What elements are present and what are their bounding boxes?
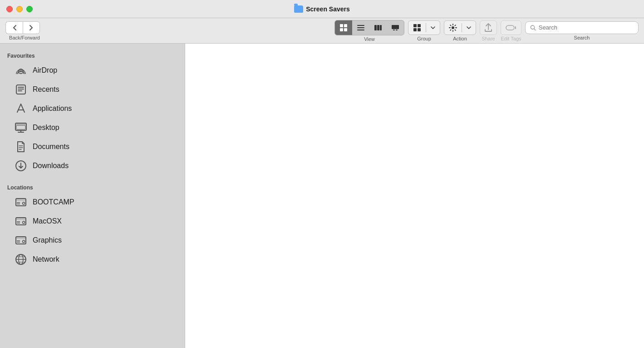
svg-rect-16 <box>418 28 421 31</box>
action-dropdown-button[interactable] <box>462 21 476 35</box>
svg-rect-1 <box>344 24 347 27</box>
minimize-button[interactable] <box>16 6 23 12</box>
svg-point-44 <box>23 202 25 204</box>
content-area <box>185 44 644 348</box>
search-box[interactable] <box>525 21 639 34</box>
view-icon-grid-button[interactable] <box>335 20 352 35</box>
close-button[interactable] <box>6 6 13 12</box>
edit-tags-label: Edit Tags <box>501 36 521 41</box>
chevron-down-icon-2 <box>467 26 471 29</box>
svg-rect-2 <box>340 28 343 31</box>
folder-icon <box>294 5 303 13</box>
edit-tags-button[interactable] <box>501 20 521 35</box>
svg-point-17 <box>452 26 454 29</box>
desktop-icon <box>15 121 27 134</box>
window-title: Screen Savers <box>294 5 350 13</box>
applications-icon <box>15 102 27 115</box>
svg-rect-41 <box>16 199 26 201</box>
share-button[interactable] <box>480 20 497 35</box>
list-icon <box>357 25 365 31</box>
forward-button[interactable] <box>23 21 40 34</box>
group-label: Group <box>417 36 431 41</box>
svg-rect-51 <box>16 237 26 239</box>
sidebar-item-documents[interactable]: Documents <box>2 138 183 156</box>
action-button[interactable] <box>444 21 462 35</box>
svg-rect-11 <box>393 30 395 30</box>
sidebar-item-bootcamp-label: BOOTCAMP <box>33 198 74 206</box>
window-title-text: Screen Savers <box>306 5 350 13</box>
sidebar-item-macosx[interactable]: MacOSX <box>2 212 183 230</box>
sidebar-item-desktop[interactable]: Desktop <box>2 119 183 137</box>
sidebar-item-applications[interactable]: Applications <box>2 99 183 118</box>
chevron-right-icon <box>29 25 34 31</box>
group-dropdown-button[interactable] <box>426 21 440 35</box>
view-column-button[interactable] <box>369 20 387 35</box>
svg-rect-15 <box>413 28 417 31</box>
svg-rect-14 <box>418 24 421 27</box>
view-buttons <box>334 20 404 35</box>
svg-line-29 <box>21 104 25 112</box>
sidebar: Favourites AirDrop <box>0 44 185 348</box>
sidebar-item-network[interactable]: Network <box>2 250 183 268</box>
documents-icon <box>15 140 27 153</box>
sidebar-item-network-label: Network <box>33 255 59 263</box>
traffic-lights <box>6 6 33 12</box>
svg-rect-32 <box>15 124 26 125</box>
sidebar-item-airdrop[interactable]: AirDrop <box>2 61 183 80</box>
action-button-group <box>444 20 476 35</box>
search-label: Search <box>574 35 590 40</box>
chevron-left-icon <box>12 25 17 31</box>
svg-rect-26 <box>18 89 24 89</box>
sidebar-item-downloads-label: Downloads <box>33 162 69 170</box>
toolbar: Back/Forward <box>0 18 644 44</box>
svg-rect-7 <box>374 25 377 30</box>
back-button[interactable] <box>5 21 23 34</box>
svg-rect-25 <box>18 87 24 88</box>
svg-rect-5 <box>357 27 364 28</box>
svg-rect-18 <box>506 25 514 30</box>
fullscreen-button[interactable] <box>26 6 33 12</box>
svg-rect-4 <box>357 25 364 26</box>
svg-line-21 <box>534 29 536 30</box>
svg-line-28 <box>17 104 21 112</box>
chevron-down-icon <box>431 26 435 29</box>
macosx-drive-icon <box>15 215 27 228</box>
back-forward-label: Back/Forward <box>9 35 40 40</box>
sidebar-item-documents-label: Documents <box>33 143 69 151</box>
airdrop-icon <box>15 64 27 77</box>
svg-rect-6 <box>357 30 364 30</box>
sidebar-item-recents[interactable]: Recents <box>2 80 183 99</box>
sidebar-item-graphics-label: Graphics <box>33 236 62 244</box>
sidebar-item-bootcamp[interactable]: BOOTCAMP <box>2 193 183 211</box>
bootcamp-drive-icon <box>15 196 27 209</box>
recents-icon <box>15 83 27 96</box>
svg-point-54 <box>23 240 25 243</box>
view-list-button[interactable] <box>352 20 369 35</box>
svg-rect-12 <box>396 30 398 30</box>
group-icon <box>413 24 421 32</box>
search-icon <box>530 25 536 31</box>
svg-rect-19 <box>515 26 516 29</box>
view-label: View <box>364 36 375 42</box>
svg-rect-46 <box>16 218 26 220</box>
sidebar-item-recents-label: Recents <box>33 85 59 94</box>
network-icon <box>15 253 27 266</box>
svg-rect-13 <box>413 24 417 27</box>
svg-rect-35 <box>16 125 25 129</box>
svg-rect-0 <box>340 24 343 27</box>
share-label: Share <box>482 36 495 41</box>
sidebar-item-downloads[interactable]: Downloads <box>2 157 183 175</box>
sidebar-item-graphics[interactable]: Graphics <box>2 231 183 249</box>
locations-header: Locations <box>0 181 185 193</box>
sidebar-item-desktop-label: Desktop <box>33 124 59 132</box>
grid-icon <box>339 24 348 32</box>
main-content: Favourites AirDrop <box>0 44 644 348</box>
svg-rect-8 <box>377 25 379 30</box>
share-icon <box>485 23 492 32</box>
svg-point-23 <box>20 70 22 72</box>
view-gallery-button[interactable] <box>387 20 404 35</box>
tag-icon <box>506 25 516 31</box>
svg-rect-9 <box>380 25 382 30</box>
search-input[interactable] <box>539 24 634 31</box>
group-button[interactable] <box>408 21 426 35</box>
